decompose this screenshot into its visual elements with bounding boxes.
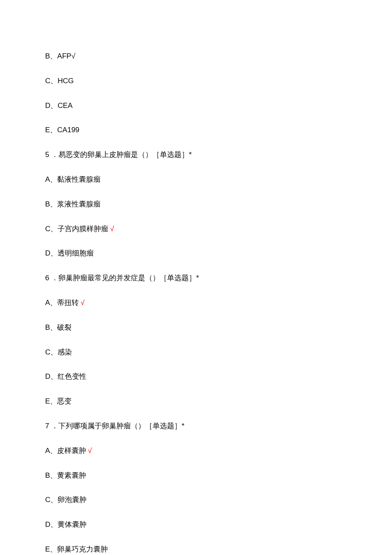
- text-line: B、AFP√: [45, 51, 347, 61]
- text-line: C、感染: [45, 347, 347, 357]
- text-line: D、红色变性: [45, 372, 347, 382]
- text-line: E、恶变: [45, 396, 347, 407]
- line-text: B、破裂: [45, 323, 72, 331]
- text-line: A、蒂扭转√: [45, 298, 347, 308]
- line-text: D、透明细胞瘤: [45, 249, 94, 257]
- text-line: E、CA199: [45, 125, 347, 135]
- line-text: E、卵巢巧克力囊肿: [45, 545, 108, 553]
- line-text: C、卵泡囊肿: [45, 496, 86, 504]
- line-text: B、黄素囊肿: [45, 471, 86, 479]
- text-line: 5 ．易恶变的卵巢上皮肿瘤是（）［单选题］*: [45, 150, 347, 160]
- text-line: 6 ．卵巢肿瘤最常见的并发症是（）［单选题］*: [45, 273, 347, 283]
- text-line: C、HCG: [45, 76, 347, 86]
- line-text: E、CA199: [45, 126, 79, 134]
- line-text: C、HCG: [45, 77, 74, 85]
- text-line: A、皮样囊肿√: [45, 446, 347, 456]
- text-line: B、浆液性囊腺瘤: [45, 199, 347, 209]
- line-text: D、CEA: [45, 102, 72, 110]
- check-icon: √: [81, 299, 84, 307]
- text-line: E、卵巢巧克力囊肿: [45, 544, 347, 555]
- text-line: B、黄素囊肿: [45, 471, 347, 481]
- text-line: C、卵泡囊肿: [45, 495, 347, 505]
- text-line: D、透明细胞瘤: [45, 248, 347, 259]
- line-text: A、皮样囊肿: [45, 447, 86, 455]
- line-text: D、红色变性: [45, 372, 86, 381]
- check-icon: √: [110, 225, 114, 233]
- line-text: B、AFP√: [45, 52, 75, 60]
- line-text: C、感染: [45, 348, 72, 356]
- line-text: A、黏液性囊腺瘤: [45, 175, 101, 183]
- line-text: 5 ．易恶变的卵巢上皮肿瘤是（）［单选题］*: [45, 151, 192, 159]
- line-text: C、子宫内膜样肿瘤: [45, 225, 108, 233]
- line-text: B、浆液性囊腺瘤: [45, 200, 101, 208]
- text-line: D、黄体囊肿: [45, 520, 347, 530]
- line-text: E、恶变: [45, 397, 72, 405]
- line-text: 6 ．卵巢肿瘤最常见的并发症是（）［单选题］*: [45, 274, 199, 282]
- text-line: C、子宫内膜样肿瘤√: [45, 224, 347, 234]
- text-line: A、黏液性囊腺瘤: [45, 174, 347, 185]
- line-text: A、蒂扭转: [45, 299, 79, 307]
- line-text: 7 ．下列哪项属于卵巢肿瘤（）［单选题］*: [45, 422, 184, 430]
- check-icon: √: [88, 447, 92, 455]
- text-line: D、CEA: [45, 101, 347, 111]
- line-text: D、黄体囊肿: [45, 520, 86, 529]
- text-line: B、破裂: [45, 323, 347, 333]
- text-line: 7 ．下列哪项属于卵巢肿瘤（）［单选题］*: [45, 421, 347, 431]
